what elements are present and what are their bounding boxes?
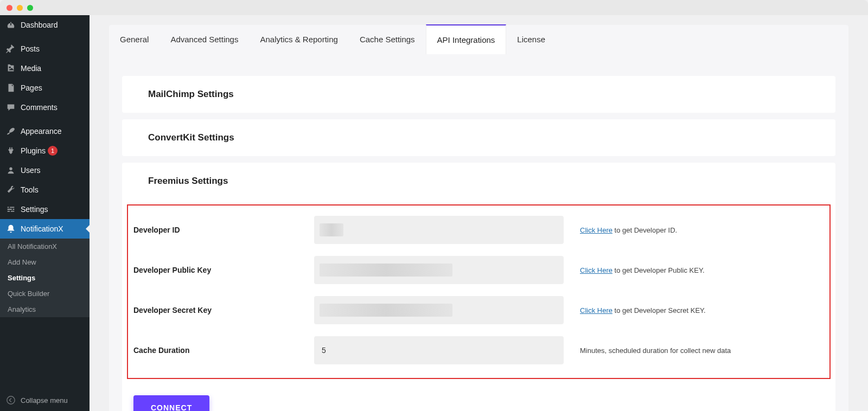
sidebar-item-appearance[interactable]: Appearance — [0, 121, 90, 141]
sidebar-item-dashboard[interactable]: Dashboard — [0, 15, 90, 35]
comment-icon — [5, 102, 16, 113]
developer-id-help: Click Here to get Developer ID. — [580, 226, 677, 234]
tab-cache-settings[interactable]: Cache Settings — [349, 25, 426, 54]
sidebar-item-notificationx[interactable]: NotificationX — [0, 219, 90, 239]
sidebar-item-settings[interactable]: Settings — [0, 200, 90, 219]
collapse-menu-label: Collapse menu — [21, 396, 68, 404]
tab-content: MailChimp Settings ConvertKit Settings F… — [109, 54, 848, 411]
submenu-settings[interactable]: Settings — [0, 270, 90, 286]
developer-public-key-label: Developer Public Key — [130, 266, 298, 274]
developer-secret-key-help-link[interactable]: Click Here — [580, 306, 612, 314]
sliders-icon — [5, 204, 16, 215]
sidebar-item-pages[interactable]: Pages — [0, 78, 90, 98]
sidebar-label: NotificationX — [21, 224, 63, 233]
settings-tabs: General Advanced Settings Analytics & Re… — [109, 25, 848, 54]
developer-id-input[interactable] — [314, 216, 564, 244]
sidebar-label: Comments — [21, 103, 58, 112]
developer-secret-key-help: Click Here to get Developer Secret KEY. — [580, 306, 706, 314]
window-minimize-button[interactable] — [17, 5, 23, 11]
sidebar-label: Appearance — [21, 127, 62, 136]
mailchimp-panel[interactable]: MailChimp Settings — [122, 76, 835, 113]
mailchimp-panel-title: MailChimp Settings — [122, 76, 835, 113]
developer-secret-key-label: Developer Secret Key — [130, 306, 298, 314]
tab-advanced-settings[interactable]: Advanced Settings — [159, 25, 249, 54]
freemius-panel-title[interactable]: Freemius Settings — [122, 163, 835, 200]
redacted-overlay — [320, 304, 452, 317]
main-content: General Advanced Settings Analytics & Re… — [90, 15, 868, 411]
cache-duration-help: Minutes, scheduled duration for collect … — [580, 346, 731, 355]
sidebar-item-media[interactable]: Media — [0, 59, 90, 78]
sidebar-item-tools[interactable]: Tools — [0, 180, 90, 200]
redacted-overlay — [320, 264, 452, 277]
sidebar-label: Plugins — [21, 146, 46, 155]
convertkit-panel-title: ConvertKit Settings — [122, 119, 835, 156]
freemius-panel: Freemius Settings Developer ID Click Her… — [122, 163, 835, 411]
collapse-menu-button[interactable]: Collapse menu — [0, 389, 90, 411]
submenu-analytics[interactable]: Analytics — [0, 301, 90, 317]
field-developer-id: Developer ID Click Here to get Developer… — [128, 210, 829, 250]
cache-duration-label: Cache Duration — [130, 346, 298, 355]
plugins-update-badge: 1 — [48, 146, 58, 156]
brush-icon — [5, 126, 16, 137]
sidebar-label: Media — [21, 64, 41, 73]
submenu-quick-builder[interactable]: Quick Builder — [0, 286, 90, 301]
sidebar-item-comments[interactable]: Comments — [0, 98, 90, 117]
media-icon — [5, 63, 16, 74]
notificationx-submenu: All NotificationX Add New Settings Quick… — [0, 239, 90, 317]
window-close-button[interactable] — [7, 5, 12, 11]
connect-button[interactable]: CONNECT — [133, 395, 209, 411]
developer-id-help-link[interactable]: Click Here — [580, 226, 612, 234]
cache-duration-input[interactable] — [314, 336, 564, 364]
redacted-overlay — [320, 223, 343, 236]
window-titlebar — [0, 0, 868, 15]
collapse-icon — [5, 395, 16, 406]
field-cache-duration: Cache Duration Minutes, scheduled durati… — [128, 330, 829, 370]
sidebar-item-users[interactable]: Users — [0, 160, 90, 180]
submenu-all-notificationx[interactable]: All NotificationX — [0, 239, 90, 254]
user-icon — [5, 165, 16, 176]
sidebar-label: Users — [21, 166, 41, 175]
sidebar-item-posts[interactable]: Posts — [0, 39, 90, 59]
sidebar-item-plugins[interactable]: Plugins 1 — [0, 141, 90, 160]
tab-license[interactable]: License — [506, 25, 556, 54]
admin-sidebar: Dashboard Posts Media Pages Comments App… — [0, 15, 90, 411]
field-developer-secret-key: Developer Secret Key Click Here to get D… — [128, 290, 829, 330]
developer-public-key-help: Click Here to get Developer Public KEY. — [580, 266, 705, 274]
sidebar-label: Pages — [21, 84, 42, 92]
tab-general[interactable]: General — [109, 25, 159, 54]
sidebar-label: Posts — [21, 44, 40, 53]
tab-analytics-reporting[interactable]: Analytics & Reporting — [249, 25, 348, 54]
dashboard-icon — [5, 20, 16, 30]
developer-public-key-help-link[interactable]: Click Here — [580, 266, 612, 274]
plug-icon — [5, 145, 16, 156]
field-developer-public-key: Developer Public Key Click Here to get D… — [128, 250, 829, 290]
sidebar-label: Settings — [21, 205, 48, 214]
window-maximize-button[interactable] — [27, 5, 33, 11]
svg-point-0 — [7, 396, 15, 404]
page-icon — [5, 82, 16, 93]
wrench-icon — [5, 184, 16, 195]
sidebar-label: Dashboard — [21, 21, 58, 29]
convertkit-panel[interactable]: ConvertKit Settings — [122, 119, 835, 156]
sidebar-label: Tools — [21, 185, 39, 194]
tab-api-integrations[interactable]: API Integrations — [426, 24, 507, 54]
pin-icon — [5, 43, 16, 54]
developer-id-label: Developer ID — [130, 226, 298, 234]
bell-icon — [5, 223, 16, 234]
submenu-add-new[interactable]: Add New — [0, 254, 90, 270]
freemius-form-highlight: Developer ID Click Here to get Developer… — [127, 204, 831, 379]
